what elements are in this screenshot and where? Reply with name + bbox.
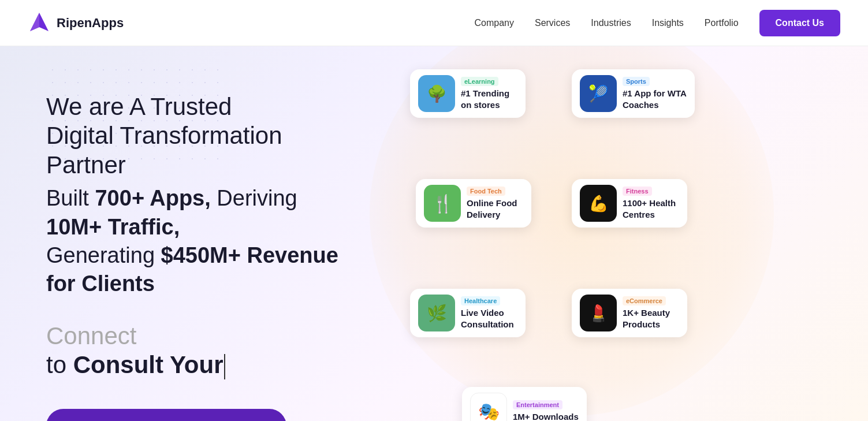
- nav-insights[interactable]: Insights: [652, 18, 684, 28]
- hero-left: We are A Trusted Digital Transformation …: [0, 46, 393, 421]
- app-card-fitness: 💪 Fitness 1100+ HealthCentres: [572, 179, 687, 228]
- app-icon-fitness: 💪: [580, 185, 617, 222]
- hero-right: 🌳 eLearning #1 Trendingon stores 🎾 Sport…: [393, 46, 868, 421]
- app-icon-ecommerce: 💄: [580, 295, 617, 331]
- app-info-healthcare: Healthcare Live VideoConsultation: [461, 296, 514, 330]
- app-title-foodtech: Online FoodDelivery: [467, 198, 517, 220]
- headline-line4: Generating $450M+ Revenue for Clients: [46, 241, 358, 299]
- app-title-fitness: 1100+ HealthCentres: [623, 198, 676, 220]
- app-card-sports: 🎾 Sports #1 App for WTACoaches: [572, 69, 695, 118]
- contact-button[interactable]: Contact Us: [759, 10, 840, 36]
- app-title-sports: #1 App for WTACoaches: [623, 88, 687, 110]
- navbar: RipenApps Company Services Industries In…: [0, 0, 868, 46]
- headline-line1: We are A Trusted: [46, 92, 358, 121]
- text-cursor: [224, 354, 225, 379]
- logo-text: RipenApps: [57, 16, 124, 31]
- app-category-healthcare: Healthcare: [461, 296, 500, 305]
- nav-industries[interactable]: Industries: [591, 18, 631, 28]
- cta-button[interactable]: Consult with our Technical Advisors →: [46, 409, 286, 421]
- app-info-ecommerce: eCommerce 1K+ BeautyProducts: [623, 296, 670, 330]
- line4-pre: Generating: [46, 243, 161, 267]
- nav-portfolio[interactable]: Portfolio: [705, 18, 739, 28]
- app-info-foodtech: Food Tech Online FoodDelivery: [467, 187, 517, 220]
- app-icon-foodtech: 🍴: [424, 185, 461, 222]
- app-icon-sports: 🎾: [580, 75, 617, 112]
- app-info-elearning: eLearning #1 Trendingon stores: [461, 77, 509, 110]
- app-category-sports: Sports: [623, 77, 650, 86]
- app-title-entertainment: 1M+ Downloads: [513, 411, 579, 421]
- consult-line: to Consult Your: [46, 351, 358, 379]
- app-category-entertainment: Entertainment: [513, 400, 562, 409]
- headline-line3: Built 700+ Apps, Deriving 10M+ Traffic,: [46, 184, 358, 241]
- app-card-ecommerce: 💄 eCommerce 1K+ BeautyProducts: [572, 289, 687, 337]
- line3-pre: Built: [46, 186, 95, 210]
- app-info-fitness: Fitness 1100+ HealthCentres: [623, 187, 676, 220]
- nav-company[interactable]: Company: [474, 18, 513, 28]
- app-info-sports: Sports #1 App for WTACoaches: [623, 77, 687, 110]
- line3-bold2: 10M+ Traffic,: [46, 215, 180, 239]
- nav-links: Company Services Industries Insights Por…: [474, 10, 840, 36]
- app-title-ecommerce: 1K+ BeautyProducts: [623, 307, 670, 330]
- app-icon-entertainment: 🎭: [470, 393, 507, 421]
- app-card-healthcare: 🌿 Healthcare Live VideoConsultation: [410, 289, 526, 337]
- line3-mid: Deriving: [211, 186, 297, 210]
- app-category-elearning: eLearning: [461, 77, 498, 86]
- app-icon-elearning: 🌳: [418, 75, 455, 112]
- connect-label: Connect: [46, 322, 358, 351]
- app-title-elearning: #1 Trendingon stores: [461, 88, 509, 110]
- app-card-elearning: 🌳 eLearning #1 Trendingon stores: [410, 69, 526, 118]
- headline-line2: Digital Transformation Partner: [46, 121, 358, 180]
- arrow-icon: →: [254, 419, 266, 421]
- app-icon-healthcare: 🌿: [418, 295, 455, 331]
- line3-bold: 700+ Apps,: [95, 186, 210, 210]
- nav-services[interactable]: Services: [535, 18, 570, 28]
- connect-section: Connect to Consult Your: [46, 322, 358, 380]
- hero-section: We are A Trusted Digital Transformation …: [0, 46, 868, 421]
- headline: We are A Trusted Digital Transformation …: [46, 92, 358, 299]
- app-category-ecommerce: eCommerce: [623, 296, 666, 305]
- logo-icon: [28, 12, 51, 35]
- app-category-foodtech: Food Tech: [467, 187, 505, 196]
- app-info-entertainment: Entertainment 1M+ Downloads: [513, 400, 579, 421]
- app-card-entertainment: 🎭 Entertainment 1M+ Downloads: [462, 387, 587, 421]
- consult-bold: Consult Your: [73, 351, 223, 378]
- logo[interactable]: RipenApps: [28, 12, 124, 35]
- app-card-foodtech: 🍴 Food Tech Online FoodDelivery: [416, 179, 531, 228]
- app-category-fitness: Fitness: [623, 187, 652, 196]
- app-title-healthcare: Live VideoConsultation: [461, 307, 514, 330]
- consult-pre: to: [46, 351, 73, 378]
- svg-marker-1: [30, 13, 39, 31]
